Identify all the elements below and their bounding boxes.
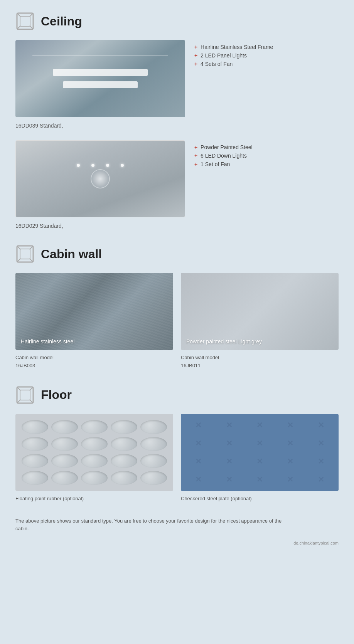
floor-header: Floor — [15, 385, 339, 405]
cabin-wall-section: Cabin wall Hairline stainless steel Cabi… — [15, 244, 339, 370]
ceiling-feature-2-1: + 6 LED Down Lights — [194, 153, 253, 159]
floor-title: Floor — [41, 388, 72, 402]
ceiling-features-1: + Hairline Stainless Steel Frame + 2 LED… — [194, 40, 273, 69]
svg-rect-7 — [20, 249, 30, 259]
wall-item-1: Hairline stainless steel Cabin wall mode… — [15, 273, 173, 370]
floor-section: Floor Floating point rubber (optional) — [15, 385, 339, 502]
ceiling-features-2: + Powder Painted Steel + 6 LED Down Ligh… — [194, 140, 253, 170]
wall-image-1: Hairline stainless steel — [15, 273, 173, 350]
wall-image-2: Powder painted steel Light grey — [181, 273, 339, 350]
floor-dots-container — [15, 414, 173, 491]
floor-label-2: Checkered steel plate (optional) — [181, 496, 252, 501]
ceiling-feature-1-0: + Hairline Stainless Steel Frame — [194, 44, 273, 50]
ceiling-item-2: 16DD029 Standard, + Powder Painted Steel… — [15, 140, 339, 229]
fan-circle — [91, 169, 110, 188]
wall-model-2: Cabin wall model 16JB011 — [181, 354, 339, 370]
svg-rect-13 — [20, 390, 30, 400]
floor-label-1: Floating point rubber (optional) — [15, 496, 84, 501]
ceiling-header: Ceiling — [15, 12, 339, 31]
cabin-wall-header: Cabin wall — [15, 244, 339, 264]
wall-image-label-2: Powder painted steel Light grey — [186, 338, 262, 345]
ceiling-model-2: 16DD029 Standard, — [15, 223, 63, 229]
ceiling-item-1: 16DD039 Standard, + Hairline Stainless S… — [15, 40, 339, 129]
led-dots — [77, 164, 124, 167]
floor-image-2 — [181, 414, 339, 491]
floor-grid: Floating point rubber (optional) Checker… — [15, 414, 339, 502]
ceiling-model-1: 16DD039 Standard, — [15, 123, 63, 129]
ceiling-item-1-left: 16DD039 Standard, — [15, 40, 185, 129]
wall-model-1: Cabin wall model 16JB003 — [15, 354, 173, 370]
ceiling-feature-1-2: + 4 Sets of Fan — [194, 61, 273, 67]
floor-item-2: Checkered steel plate (optional) — [181, 414, 339, 502]
ceiling-title: Ceiling — [41, 14, 82, 29]
floor-item-1: Floating point rubber (optional) — [15, 414, 173, 502]
ceiling-icon — [15, 12, 35, 31]
svg-rect-1 — [20, 16, 30, 26]
wall-item-2: Powder painted steel Light grey Cabin wa… — [181, 273, 339, 370]
floor-icon — [15, 385, 35, 405]
cabin-wall-title: Cabin wall — [41, 247, 102, 261]
wall-image-label-1: Hairline stainless steel — [21, 338, 74, 345]
ceiling-section: Ceiling 16DD039 Standard, + Hairline Sta… — [15, 12, 339, 229]
footer-note: The above picture shows our standard typ… — [15, 517, 285, 533]
ceiling-feature-2-0: + Powder Painted Steel — [194, 144, 253, 150]
ceiling-image-1 — [15, 40, 185, 117]
floor-checker-grid — [181, 414, 339, 491]
ceiling-image-2 — [15, 140, 185, 217]
website-label: de.chinakiantypical.com — [15, 541, 339, 545]
ceiling-feature-2-2: + 1 Set of Fan — [194, 161, 253, 167]
wall-grid: Hairline stainless steel Cabin wall mode… — [15, 273, 339, 370]
cabin-wall-icon — [15, 244, 35, 264]
ceiling-item-2-left: 16DD029 Standard, — [15, 140, 185, 229]
ceiling-feature-1-1: + 2 LED Panel Lights — [194, 52, 273, 59]
floor-image-1 — [15, 414, 173, 491]
